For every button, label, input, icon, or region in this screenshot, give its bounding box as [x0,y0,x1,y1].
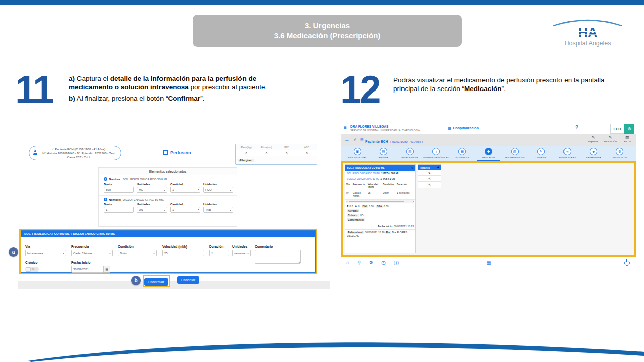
clock-icon[interactable]: ◷ [381,260,386,267]
tool-registro[interactable]: ✎ Registro G. [586,135,601,143]
module-label: Hospitalización [453,126,479,130]
fecha-inicio-input[interactable]: 30/08/2021 [71,266,104,273]
unidades-select[interactable]: ML⌄ [137,187,167,193]
annotation-badge-a: a [9,247,18,257]
nav-resumen-episodio[interactable]: ▧RESUMEN EPISODIO [502,147,528,160]
unidades-select[interactable]: semana⌄ [232,250,251,256]
add-horario-icon[interactable]: + [437,166,439,169]
chevron-down-icon: ⌄ [153,251,155,254]
unidades-select[interactable]: UN⌄ [137,207,167,213]
via-label: Via [25,245,30,248]
velocidad-input[interactable]: 25 [162,250,204,256]
nav-pruebas-diagnosticas[interactable]: ♁PRUEBAS DIAGNÓSTICAS [423,147,449,160]
app-bottombar: ⌂ ⚲ ⚙ ◷ ⓘ ▦ [341,257,636,270]
duracion-input[interactable]: 1 [209,250,229,256]
nav-documentos[interactable]: ▦DOCUMENTOS [449,147,475,160]
highlight-box-right: SOL. FISIOLOGICA FCO 500 ML ✎ SOL. FISIO… [341,161,636,257]
scrollbar-thumb[interactable] [349,201,404,202]
spinner-icon: ▾ [198,188,199,191]
perfusion-detail-title: SOL. FISIOLOGICA FCO 500 ML + DICLOFENAC… [21,231,315,237]
nav-antecedentes[interactable]: ▥ANTECEDENTES [396,147,423,160]
patient-name: Paciente ECH [365,140,388,143]
nav-protocolos[interactable]: ⚙PROTOCOLOS [607,147,633,160]
cronico-toggle[interactable]: No [25,267,39,272]
horarios-title: Horarios [420,166,430,169]
nav-medicacion[interactable]: ✚MEDICACIÓN [475,147,502,160]
cuidados-icon: ✎ [537,148,545,155]
nav-episodio-actual[interactable]: ▣EPISODIO ACTUAL [344,147,370,160]
building-icon: ▦ [448,126,452,130]
back-arrow-icon[interactable]: ← [344,136,350,142]
vitals-headers: Peso(Kg) Altura(cm) IMC ASC [236,144,317,150]
condicion-label: Condición [118,245,134,248]
frecuencia-select[interactable]: Cada 8 Horas⌄ [71,250,113,256]
fecha-inicio-label: Fecha inicio [71,261,91,264]
nav-cuidados[interactable]: ✎CUIDADOS [528,147,554,160]
app-topbar: ≡ DRA FLORES VILLEGAS SERVICIO DE HOSPIT… [341,123,636,134]
step11-b: b) Al finalizar, presiona el botón “Conf… [69,95,269,103]
unidades-label: Unidades [232,245,247,248]
step-12-text: Podrás visualizar el medicamento de perf… [393,76,611,96]
search-icon[interactable]: ⚲ [357,260,361,267]
pencil-icon: ✎ [428,177,431,180]
dosis-input[interactable]: 500 [104,187,134,193]
comentario-label: Comentario [255,245,273,248]
horizontal-scrollbar[interactable]: ◂ ▸ [346,200,414,203]
horario-row[interactable]: ✎ [418,176,441,182]
edit-pencil-icon[interactable]: ✎ [411,166,414,170]
pruebas-icon: ♁ [432,148,440,155]
cancelar-button[interactable]: Cancelar [177,276,199,284]
gear-icon[interactable]: ⚙ [369,260,373,267]
nav-enfermeria[interactable]: ☻N.ENFERMERÍA [581,147,607,160]
cantidad-stepper[interactable]: 1▾ [170,207,200,213]
spinner-icon: ▾ [198,208,199,211]
cantidad-stepper[interactable]: 1▾ [170,187,200,193]
nav-historia[interactable]: ▤HISTORIA [370,147,396,160]
perfusion-med-card: SOL. FISIOLOGICA FCO 500 ML ✎ SOL. FISIO… [345,164,416,253]
perfusion-detail-panel: SOL. FISIOLOGICA FCO 500 ML + DICLOFENAC… [21,230,316,273]
cronico-label: Crónico [25,261,38,264]
dosis-input[interactable]: 1 [104,207,134,213]
step-11-text: a) Captura el detalle de la información … [69,75,269,106]
doctor-block: DRA FLORES VILLEGAS SERVICIO DE HOSPITAL… [350,125,420,132]
help-icon[interactable]: ? [575,125,578,130]
ech-logo-text: ECH [610,124,624,134]
scroll-left-icon[interactable]: ◂ [346,200,347,202]
info-icon: i [104,177,107,181]
patient-icon [33,150,38,156]
horario-row[interactable]: ✎ [418,170,441,176]
unidades2-select[interactable]: TAB⌄ [203,207,233,213]
perfusion-icon [163,150,168,155]
nombre-label: Nombre: [109,198,121,201]
nav-signos-vitales[interactable]: ∿SIGNOS VITALES [554,147,581,160]
module-header: ▦ Hospitalización [448,126,479,130]
via-select[interactable]: Intravenosa⌄ [25,250,66,256]
chevron-down-icon: ⌄ [247,251,249,254]
logo-abbr: HA [578,25,598,40]
comentario-textarea[interactable]: ◢ [255,250,301,264]
alergias-label: Alergias: [238,159,254,162]
med-table-headers: Via Frecuencia Velocidad (ml/h) Condició… [345,182,415,190]
calendar-icon: ▦ [105,267,108,271]
patient-pill: ♂ Paciente ECH (01/01/1980 - 41 Años) N°… [29,146,121,160]
elementos-title: Elementos seleccionados [99,168,237,175]
vitals-box: Peso(Kg) Altura(cm) IMC ASC 0 0 0 0 Aler… [235,144,317,165]
tool-sol-iv[interactable]: ▥ SOL. IV [620,135,635,143]
horario-row[interactable]: ✎ [418,182,441,187]
confirmar-button[interactable]: Confirmar [144,278,168,286]
alergias-row: Alergias: [345,208,415,213]
calendar-button[interactable]: ▦ [104,266,110,273]
tool-medicacion[interactable]: ✎ MEDICACIÓN [603,135,618,143]
hamburger-menu-icon[interactable]: ≡ [344,125,347,130]
doctor-name: DRA FLORES VILLEGAS [350,125,420,128]
inbox-icon[interactable]: ▦ [486,260,491,266]
unidades-label: Unidades [203,203,233,206]
unidades2-select[interactable]: FCO⌄ [203,187,233,193]
info-icon[interactable]: ⓘ [394,260,399,267]
med-line-1: SOL. FISIOLOGICA FCO 500 ML 1 FCO / 500 … [345,171,415,176]
home-icon[interactable]: ⌂ [346,260,349,267]
condicion-select[interactable]: Dolor⌄ [118,250,157,256]
power-icon[interactable] [624,260,630,266]
scroll-right-icon[interactable]: ▸ [413,200,414,202]
footer-strip [18,281,330,289]
